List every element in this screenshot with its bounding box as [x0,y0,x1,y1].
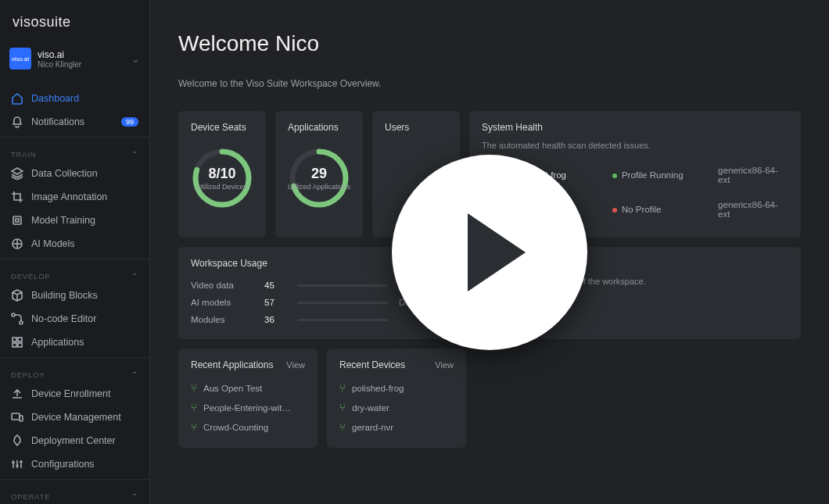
device-seats-card[interactable]: Device Seats 8/10 Utilized Devices [178,111,266,238]
nav-item-building-blocks[interactable]: Building Blocks [0,284,149,307]
view-link[interactable]: View [286,360,305,370]
chevron-up-icon: ⌃ [131,492,138,501]
page-subtitle: Welcome to the Viso Suite Workspace Over… [178,78,801,89]
svg-point-3 [12,313,15,316]
status-dot-icon [612,173,617,178]
usage-label: Video data [191,281,253,290]
usage-bar [297,319,388,321]
flow-icon [11,313,23,325]
recent-item-label: polished-frog [352,384,404,393]
recent-item-label: Crowd-Counting [203,423,268,432]
section-head-operate[interactable]: OPERATE⌃ [0,483,149,504]
nav-label: Building Blocks [31,290,138,301]
usage-bar [297,302,388,304]
recent-item[interactable]: ⑂People-Entering-wit… [191,398,305,417]
device-status: Profile Running [612,170,704,180]
recent-item-label: gerard-nvr [352,423,393,432]
recent-item[interactable]: ⑂Crowd-Counting [191,417,305,437]
org-icon: viso.ai [9,48,31,70]
section-head-deploy[interactable]: DEPLOY⌃ [0,361,149,382]
svg-rect-8 [18,343,22,347]
page-title: Welcome Nico [178,31,801,56]
home-icon [11,92,23,105]
view-link[interactable]: View [435,360,454,370]
device-arch: genericx86-64-ext [718,166,788,184]
section-title: OPERATE [11,492,124,501]
status-dot-icon [612,208,617,213]
applications-value: 29 [311,166,327,182]
main-content: Welcome Nico Welcome to the Viso Suite W… [150,0,829,504]
nav-item-model-training[interactable]: Model Training [0,209,149,232]
nav-label: AI Models [31,238,138,249]
recent-item-label: Aus Open Test [203,384,262,393]
branch-icon: ⑂ [191,382,197,394]
card-title: Recent Devices [339,359,405,370]
nav-label: Applications [31,337,138,348]
nav-item-configurations[interactable]: Configurations [0,452,149,476]
usage-value: 36 [264,315,286,324]
card-title: Device Seats [191,122,246,133]
nav-item-ai-models[interactable]: AI Models [0,232,149,256]
card-title: System Health [482,122,788,133]
card-title: Users [385,122,409,133]
play-button[interactable] [392,155,587,350]
cpu-icon [11,214,23,227]
usage-value: 57 [264,298,286,307]
org-user: Nico Klingler [38,60,125,69]
recent-item[interactable]: ⑂polished-frog [339,378,454,398]
nav-item-dashboard[interactable]: Dashboard [0,87,149,110]
sliders-icon [11,458,23,470]
brand-part2: suite [39,14,71,30]
brand-logo: visosuite [0,0,149,41]
nav-item-image-annotation[interactable]: Image Annotation [0,185,149,209]
nav-item-notifications[interactable]: Notifications99 [0,110,149,134]
applications-sub: Utilized Applications [288,184,350,191]
nav-item-deployment-center[interactable]: Deployment Center [0,429,149,452]
divider [0,479,149,480]
usage-value: 45 [264,281,286,290]
nav-item-data-collection[interactable]: Data Collection [0,162,149,185]
chevron-down-icon: ⌄ [131,53,140,65]
devices-icon [11,411,23,424]
crop-icon [11,191,23,203]
cube-icon [11,289,23,302]
nav-label: No-code Editor [31,313,138,324]
layers-icon [11,167,23,180]
svg-rect-7 [13,343,16,347]
brain-icon [11,238,23,250]
nav-item-device-enrollment[interactable]: Device Enrollment [0,382,149,406]
applications-card[interactable]: Applications 29 Utilized Applications [275,111,363,238]
usage-bar [297,284,388,287]
org-name: viso.ai [38,49,125,60]
recent-item[interactable]: ⑂gerard-nvr [339,417,454,437]
recent-item-label: dry-water [352,403,389,413]
device-seats-value: 8/10 [208,166,235,182]
grid-icon [11,336,23,349]
nav-label: Data Collection [31,168,138,179]
nav-label: Deployment Center [31,435,138,446]
device-status: No Profile [612,205,704,214]
sidebar: visosuite viso.ai viso.ai Nico Klingler … [0,0,150,504]
org-switcher[interactable]: viso.ai viso.ai Nico Klingler ⌄ [0,41,149,80]
branch-icon: ⑂ [339,382,346,394]
divider [0,137,149,138]
section-head-develop[interactable]: DEVELOP⌃ [0,263,149,284]
card-title: Recent Applications [191,359,273,370]
branch-icon: ⑂ [339,402,346,413]
svg-point-4 [20,321,23,324]
nav-label: Dashboard [31,93,138,104]
nav-item-no-code-editor[interactable]: No-code Editor [0,307,149,331]
nav-label: Image Annotation [31,191,138,202]
svg-rect-1 [16,219,19,222]
device-seats-sub: Utilized Devices [197,184,247,191]
recent-item[interactable]: ⑂Aus Open Test [191,378,305,398]
svg-rect-6 [18,338,22,341]
recent-item[interactable]: ⑂dry-water [339,398,454,417]
svg-rect-0 [13,216,21,224]
nav-label: Configurations [31,459,138,470]
section-head-train[interactable]: TRAIN⌃ [0,141,149,162]
nav-item-device-management[interactable]: Device Management [0,406,149,429]
nav-item-applications[interactable]: Applications [0,331,149,354]
section-title: DEPLOY [11,370,124,379]
section-title: DEVELOP [11,272,124,281]
